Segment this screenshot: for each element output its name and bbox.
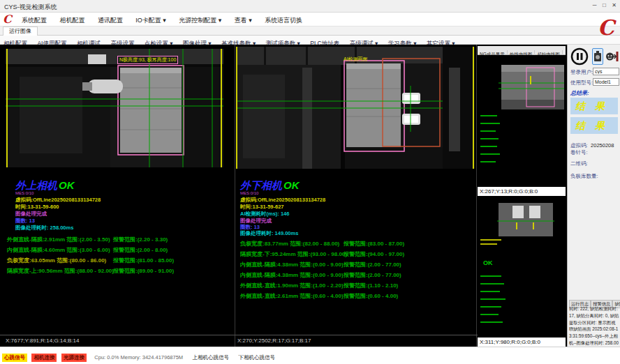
lower-camera-heartbeat-status: 下相机心跳信号 — [239, 354, 276, 361]
cpu-memory-status: Cpu: 0.0% Memory: 3424.41796875M — [94, 354, 183, 361]
upper-camera-done: 图像处理完成 — [15, 211, 47, 218]
menu-items: 系统配置 相机配置 通讯配置 IO卡配置 ▾ 光源控制配置 ▾ 查看 ▾ 系统语… — [17, 13, 307, 26]
measurement-value: 内侧直线-隔膜:4.38mm 范围:(0.00 - 9.00) — [240, 271, 344, 279]
user-label: 登录用户: — [570, 69, 593, 76]
menu-view[interactable]: 查看 ▾ — [230, 14, 257, 27]
measurement-alarm: 报警范围:(1.10 - 2.10) — [344, 282, 398, 289]
upper-camera-overlay-label: N极高度:93, 极耳高度:100 — [117, 56, 178, 64]
virtual-barcode-value: 20250208 — [591, 142, 614, 149]
qrcode-label: 二维码: — [570, 160, 588, 167]
camera-icon — [593, 50, 602, 63]
virtual-barcode-label: 虚拟码: — [570, 142, 588, 149]
user-input[interactable] — [593, 68, 619, 75]
lower-camera-mes: MES:0/10 — [240, 191, 258, 195]
measurement-value: 内侧直线-隔膜:4.38mm 范围:(0.00 - 9.00) — [240, 261, 344, 268]
measurement-value: 内侧直线-隔膜:4.60mm 范围:(3.00 - 6.00) — [7, 246, 110, 254]
measurement-alarm: 报警范围:(2.00 - 77.00) — [344, 271, 401, 279]
camera-link-badge: 相机连接 — [31, 354, 57, 362]
close-button[interactable]: ✕ — [610, 1, 619, 9]
measurement-alarm: 报警范围:(81.00 - 85.00) — [113, 257, 174, 264]
heartbeat-badge: 心跳信号 — [2, 354, 27, 362]
menu-bar: C 系统配置 相机配置 通讯配置 IO卡配置 ▾ 光源控制配置 ▾ 查看 ▾ 系… — [0, 13, 620, 26]
exit-button[interactable] — [610, 48, 620, 65]
upper-camera-time: 时间:13-31-59-600 — [15, 204, 59, 211]
upper-camera-barcode: 虚拟码:OffLine20250208133134728 — [15, 197, 101, 204]
app-logo-icon: C — [3, 13, 12, 26]
lower-camera-barcode: 虚拟码:OffLine20250208133134728 — [240, 197, 325, 204]
ng-panel-tabs: NG成品显示外线内线图起始内线图 — [478, 46, 566, 55]
panel-divider — [476, 45, 477, 347]
panel-divider — [235, 45, 235, 347]
brand-logo-icon: C — [598, 15, 614, 40]
model-label: 使用型号: — [570, 79, 593, 86]
virtual-barcode-row: 虚拟码: 20250208 — [570, 137, 614, 150]
ng-panel-image — [478, 55, 566, 187]
lower-camera-overlay-label: AI检测画面 — [344, 56, 368, 63]
measurement-value: 隔膜宽度-上:90.56mm 范围:(88.00 - 92.00) — [7, 267, 114, 275]
measurement-alarm: 报警范围:(2.00 - 8.00) — [113, 246, 168, 254]
lower-camera-image — [236, 47, 475, 169]
menu-language-switch[interactable]: 系统语言切换 — [260, 14, 307, 27]
log-text: 耗时: 222, 缺陷检测耗时: 17, 缺陷分离耗时: 0, 缺陷提取分区耗时… — [569, 305, 619, 353]
measurement-value: 外侧直线-直线:1.90mm 范围:(1.00 - 2.20) — [240, 282, 344, 289]
pause-icon — [570, 47, 589, 66]
tab-strip: 运行图像 — [0, 26, 620, 36]
measurement-alarm: 报警范围:(2.20 - 3.30) — [113, 236, 168, 243]
measurement-value: 负极宽度:83.77mm 范围:(82.00 - 88.00) — [240, 240, 339, 248]
upper-camera-elapsed: 图像处理耗时: 258.00ms — [15, 225, 73, 232]
measurement-value-ng: 负极宽度:63.05mm 范围:(80.00 - 86.00) — [7, 257, 106, 264]
total-result-label: 总结果: — [570, 89, 589, 97]
upper-camera-mes: MES:0/10 — [15, 191, 34, 195]
menu-comm-config[interactable]: 通讯配置 — [93, 14, 128, 27]
exit-icon — [611, 50, 619, 63]
lower-camera-ai-elapsed: AI检测耗时(ms): 146 — [240, 211, 289, 218]
upper-camera-heartbeat-status: 上相机心跳信号 — [193, 354, 230, 361]
lower-camera-elapsed: 图像处理耗时: 149.00ms — [240, 230, 298, 237]
menu-io-config[interactable]: IO卡配置 ▾ — [131, 14, 171, 27]
measurement-alarm: 报警范围:(89.00 - 91.00) — [113, 267, 174, 275]
measurement-alarm: 报警范围:(83.00 - 87.00) — [344, 240, 404, 248]
window-title: CYS-视觉检测系统 — [4, 3, 57, 12]
measurement-alarm: 报警范围:(2.00 - 77.00) — [344, 261, 401, 268]
menu-camera-config[interactable]: 相机配置 — [54, 14, 89, 27]
result-badge-upper: 结 果 — [570, 98, 618, 114]
light-link-badge: 光源连接 — [61, 354, 87, 362]
tab-run-image[interactable]: 运行图像 — [3, 26, 38, 36]
ng-panel-coords: X:267;Y:13;R:0;G:0;B:0 — [478, 187, 566, 196]
lower-camera-coords: X:270;Y:2502;R:17;G:17;B:17 — [237, 338, 311, 344]
title-bar: CYS-视觉检测系统 ─ □ ✕ — [0, 0, 620, 13]
capture-button[interactable] — [592, 48, 603, 65]
measurement-alarm: 报警范围:(94.00 - 97.00) — [344, 250, 404, 258]
lower-camera-name: 外下相机 — [240, 179, 282, 191]
maximize-button[interactable]: □ — [600, 1, 609, 9]
measurement-alarm: 报警范围:(0.60 - 4.00) — [344, 292, 398, 300]
measurement-value: 隔膜宽度-下:95.24mm 范围:(93.00 - 98.00) — [240, 250, 347, 258]
defect-panel-ok: OK — [483, 259, 493, 266]
needle-label: 卷针号: — [570, 149, 588, 156]
measurement-value: 外侧直线-隔膜:2.91mm 范围:(2.00 - 3.50) — [7, 236, 110, 243]
upper-camera-status: OK — [59, 179, 75, 191]
stock-count-label: 负极库数量: — [570, 173, 598, 180]
model-input[interactable] — [593, 78, 619, 86]
app-window: CYS-视觉检测系统 ─ □ ✕ C 系统配置 相机配置 通讯配置 IO卡配置 … — [0, 0, 620, 364]
status-bar: 心跳信号 相机连接 光源连接 Cpu: 0.0% Memory: 3424.41… — [0, 347, 620, 364]
pause-button[interactable] — [570, 47, 589, 66]
upper-camera-coords: X:7677;Y:891;R:14;G:14;B:14 — [6, 338, 79, 344]
lower-camera-time: 时间:13-31-59-627 — [240, 204, 284, 211]
upper-camera-turns: 圈数: 13 — [15, 218, 35, 225]
defect-panel-image — [478, 199, 566, 338]
result-badge-lower: 结 果 — [570, 117, 618, 134]
menu-system-config[interactable]: 系统配置 — [17, 14, 52, 27]
upper-camera-image — [6, 49, 223, 167]
defect-panel-coords: X:311;Y:980;R:0;G:0;B:0 — [478, 338, 566, 347]
minimize-button[interactable]: ─ — [590, 1, 599, 9]
lower-camera-status: OK — [283, 179, 300, 191]
toolbar: 相机配置 AI使用配置 相机调试 高级设置 点检设置 ▾ 图像处理 ▾ 基准线参… — [0, 36, 620, 45]
menu-light-config[interactable]: 光源控制配置 ▾ — [174, 14, 226, 27]
measurement-value: 外侧直线-直线:2.61mm 范围:(0.60 - 4.00) — [240, 292, 344, 300]
upper-camera-name: 外上相机 — [15, 179, 57, 191]
sidebar: 登录用户: 使用型号: 总结果: 结 果 结 果 虚拟码: 20250208 卷… — [567, 45, 620, 347]
